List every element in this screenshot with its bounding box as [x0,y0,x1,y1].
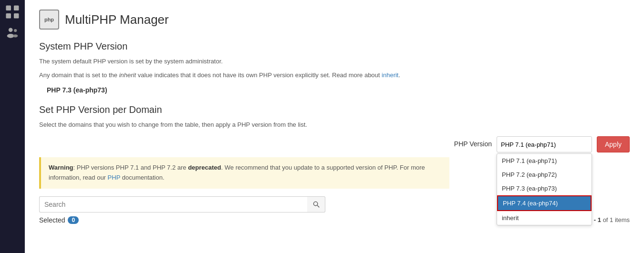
current-php-version: PHP 7.3 (ea-php73) [47,86,630,94]
selected-badge: Selected 0 [39,216,79,224]
svg-point-7 [13,34,18,37]
php-doc-link[interactable]: PHP [108,174,121,181]
svg-rect-3 [14,13,19,19]
sidebar [0,0,25,253]
svg-point-6 [14,29,17,32]
php-version-select[interactable]: PHP 7.1 (ea-php71) PHP 7.2 (ea-php72) PH… [497,136,592,152]
apply-button[interactable]: Apply [597,136,630,152]
search-button[interactable] [307,196,325,213]
system-php-desc2: Any domain that is set to the inherit va… [39,71,630,81]
set-domain-title: Set PHP Version per Domain [39,104,630,115]
system-php-desc1: The system default PHP version is set by… [39,57,630,67]
svg-rect-2 [6,13,11,19]
php-version-dropdown-menu: PHP 7.1 (ea-php71) PHP 7.2 (ea-php72) PH… [497,153,592,225]
search-input[interactable] [39,196,307,213]
php-version-label: PHP Version [454,136,492,152]
dropdown-item-php73[interactable]: PHP 7.3 (ea-php73) [497,182,592,195]
svg-point-4 [9,28,13,32]
warning-box: Warning: PHP versions PHP 7.1 and PHP 7.… [39,157,449,189]
set-domain-section: Set PHP Version per Domain Select the do… [39,104,630,224]
dropdown-item-php74[interactable]: PHP 7.4 (ea-php74) [497,195,592,211]
dropdown-item-inherit[interactable]: inherit [497,211,592,225]
system-php-title: System PHP Version [39,41,630,52]
dropdown-item-php71[interactable]: PHP 7.1 (ea-php71) [497,154,592,168]
search-icon [313,201,320,208]
set-domain-desc: Select the domains that you wish to chan… [39,120,630,130]
search-row [39,196,325,213]
inherit-italic: inherit [119,71,136,79]
warning-bold: Warning [49,164,73,171]
grid-icon[interactable] [5,5,20,19]
svg-point-8 [313,202,317,205]
deprecated-bold: deprecated [188,164,221,171]
dropdown-item-php72[interactable]: PHP 7.2 (ea-php72) [497,168,592,182]
page-header: php MultiPHP Manager [39,10,630,30]
selected-count: 0 [68,216,79,224]
svg-line-9 [317,205,319,207]
php-version-row: PHP Version PHP 7.1 (ea-php71) PHP 7.2 (… [39,136,630,152]
system-php-section: System PHP Version The system default PH… [39,41,630,94]
php-icon: php [39,10,59,30]
users-icon[interactable] [5,26,20,40]
main-content: php MultiPHP Manager System PHP Version … [25,0,644,253]
php-version-dropdown-wrapper: PHP 7.1 (ea-php71) PHP 7.2 (ea-php72) PH… [497,136,592,152]
inherit-link[interactable]: inherit [382,71,398,79]
svg-rect-1 [14,6,19,11]
page-title: MultiPHP Manager [65,12,169,27]
svg-rect-0 [6,6,11,11]
selected-label: Selected [39,216,65,224]
